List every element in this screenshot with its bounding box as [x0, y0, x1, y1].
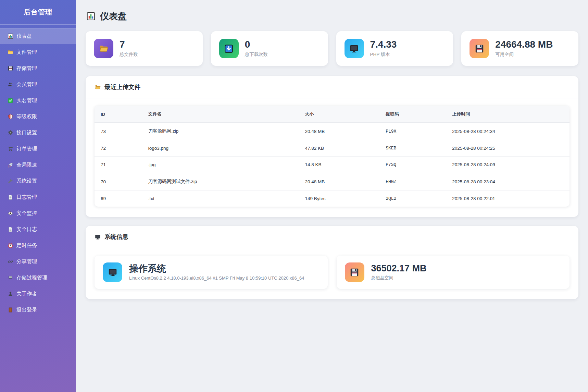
- column-header-filename: 文件名: [142, 106, 299, 123]
- sidebar-item-cron-tasks[interactable]: 定时任务: [0, 237, 76, 254]
- cell-size: 20.48 MB: [299, 173, 379, 191]
- page-title: 仪表盘: [100, 10, 127, 22]
- stat-card-total-downloads: 0 总下载次数: [211, 31, 328, 66]
- document-icon: [8, 226, 13, 232]
- recent-uploads-title: 最近上传文件: [104, 83, 140, 91]
- cell-size: 149 Bytes: [299, 191, 379, 207]
- sidebar-item-members[interactable]: 会员管理: [0, 76, 76, 93]
- cell-id: 71: [95, 157, 142, 173]
- cell-upload-time: 2025-08-28 00:23:04: [446, 173, 570, 191]
- system-info-header: 系统信息: [86, 226, 578, 248]
- cell-id: 70: [95, 173, 142, 191]
- cell-upload-time: 2025-08-28 00:24:09: [446, 157, 570, 173]
- cell-id: 73: [95, 123, 142, 140]
- disk-total-label: 总磁盘空间: [371, 275, 427, 281]
- os-title: 操作系统: [129, 264, 304, 274]
- cell-code: P7SQ: [379, 157, 446, 173]
- cell-filename: logo3.png: [142, 140, 299, 157]
- download-icon: [219, 39, 239, 58]
- sidebar-item-logs[interactable]: 日志管理: [0, 189, 76, 205]
- sidebar-item-label: 接口设置: [16, 130, 37, 136]
- disk-info-card: 36502.17 MB 总磁盘空间: [337, 256, 570, 289]
- cell-code: EHGZ: [379, 173, 446, 191]
- table-row: 73 刀客源码网.zip 20.48 MB PL9X 2025-08-28 00…: [95, 123, 570, 140]
- recent-uploads-panel: 最近上传文件 ID 文件名 大小 提取码 上传时间: [86, 76, 578, 217]
- sidebar-item-orders[interactable]: 订单管理: [0, 141, 76, 157]
- os-detail: Linux CentOs8.2.2 4.18.0-193.el8.x86_64 …: [129, 275, 304, 281]
- monitor-icon: [103, 262, 122, 282]
- cell-filename: .jpg: [142, 157, 299, 173]
- stat-label: PHP 版本: [370, 51, 397, 58]
- sidebar-nav: 仪表盘 文件管理 存储管理 会员管理 实名管理 等级权限: [0, 25, 76, 318]
- sidebar-item-stored-procedures[interactable]: 存储过程管理: [0, 270, 76, 286]
- bar-chart-icon: [86, 12, 96, 21]
- cell-upload-time: 2025-08-28 00:22:01: [446, 191, 570, 207]
- sidebar-item-label: 等级权限: [16, 113, 37, 120]
- sidebar-item-label: 实名管理: [16, 97, 37, 104]
- cell-id: 69: [95, 191, 142, 207]
- stat-label: 总下载次数: [245, 51, 268, 58]
- sidebar-item-label: 退出登录: [16, 307, 37, 313]
- sidebar-item-shares[interactable]: 分享管理: [0, 254, 76, 270]
- cell-filename: 刀客源码网测试文件.zip: [142, 173, 299, 191]
- sidebar-item-files[interactable]: 文件管理: [0, 44, 76, 60]
- cell-size: 47.82 KB: [299, 140, 379, 157]
- open-folder-icon: [95, 84, 101, 90]
- sidebar-item-label: 日志管理: [16, 194, 37, 200]
- sidebar-item-rate-limit[interactable]: 全局限速: [0, 157, 76, 173]
- sidebar-item-label: 存储过程管理: [16, 274, 47, 281]
- cell-size: 14.8 KB: [299, 157, 379, 173]
- sidebar-item-label: 仪表盘: [16, 33, 32, 39]
- cell-size: 20.48 MB: [299, 123, 379, 140]
- sidebar-item-security-logs[interactable]: 安全日志: [0, 221, 76, 237]
- cell-code: SKEB: [379, 140, 446, 157]
- sidebar-item-about-author[interactable]: 关于作者: [0, 286, 76, 302]
- sidebar-item-label: 文件管理: [16, 49, 37, 56]
- sidebar-item-api-settings[interactable]: 接口设置: [0, 125, 76, 141]
- folder-icon: [94, 39, 113, 58]
- rocket-icon: [8, 162, 13, 168]
- stat-value: 7: [120, 39, 138, 50]
- bar-chart-icon: [8, 33, 13, 39]
- sidebar-item-system-settings[interactable]: 系统设置: [0, 173, 76, 189]
- stat-value: 24664.88 MB: [495, 39, 553, 50]
- table-header-row: ID 文件名 大小 提取码 上传时间: [95, 106, 570, 123]
- stats-row: 7 总文件数 0 总下载次数 7.4.33 PHP 版本: [86, 31, 578, 66]
- stat-value: 0: [245, 39, 268, 50]
- cell-upload-time: 2025-08-28 00:24:25: [446, 140, 570, 157]
- main-content: 仪表盘 7 总文件数 0 总下载次数 7.4.33: [76, 0, 588, 392]
- cell-code: 2QL2: [379, 191, 446, 207]
- table-row: 69 .txt 149 Bytes 2QL2 2025-08-28 00:22:…: [95, 191, 570, 207]
- floppy-icon: [470, 39, 489, 58]
- sidebar-item-label: 订单管理: [16, 146, 37, 152]
- sidebar-item-label: 安全监控: [16, 210, 37, 217]
- sidebar-item-label: 定时任务: [16, 242, 37, 249]
- cell-filename: .txt: [142, 191, 299, 207]
- eye-icon: [8, 210, 13, 216]
- folder-icon: [8, 49, 13, 55]
- sidebar-item-label: 系统设置: [16, 178, 37, 184]
- app-title: 后台管理: [0, 0, 76, 25]
- sidebar-item-levels[interactable]: 等级权限: [0, 109, 76, 125]
- sidebar-item-storage[interactable]: 存储管理: [0, 60, 76, 76]
- laptop-icon: [8, 275, 13, 281]
- stat-card-total-files: 7 总文件数: [86, 31, 203, 66]
- column-header-id: ID: [95, 106, 142, 123]
- uploads-table-card: ID 文件名 大小 提取码 上传时间 73 刀客源码网.zip: [95, 106, 570, 207]
- recent-uploads-header: 最近上传文件: [86, 76, 578, 98]
- sidebar-item-label: 关于作者: [16, 291, 37, 297]
- monitor-icon: [345, 39, 364, 58]
- gear-icon: [8, 130, 13, 136]
- sidebar-item-dashboard[interactable]: 仪表盘: [0, 28, 76, 44]
- wrench-icon: [8, 178, 13, 184]
- sidebar-item-logout[interactable]: 退出登录: [0, 302, 76, 318]
- document-icon: [8, 194, 13, 200]
- sidebar-item-realname[interactable]: 实名管理: [0, 93, 76, 109]
- recent-uploads-body: ID 文件名 大小 提取码 上传时间 73 刀客源码网.zip: [86, 98, 578, 217]
- sidebar-item-security-monitor[interactable]: 安全监控: [0, 205, 76, 221]
- sidebar-item-label: 全局限速: [16, 162, 37, 168]
- sidebar-item-label: 会员管理: [16, 81, 37, 88]
- uploads-table: ID 文件名 大小 提取码 上传时间 73 刀客源码网.zip: [95, 106, 570, 207]
- stat-card-php-version: 7.4.33 PHP 版本: [336, 31, 453, 66]
- column-header-size: 大小: [299, 106, 379, 123]
